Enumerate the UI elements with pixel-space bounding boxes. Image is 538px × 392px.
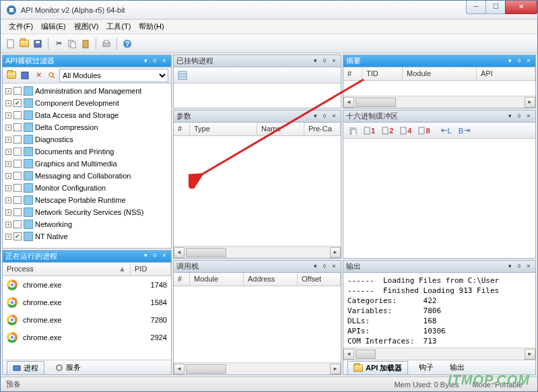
category-checkbox[interactable] bbox=[13, 160, 22, 168]
dropdown-icon[interactable]: ▾ bbox=[506, 112, 514, 121]
dropdown-icon[interactable]: ▾ bbox=[311, 263, 319, 271]
hex-width-8[interactable]: 8 bbox=[415, 125, 432, 136]
expand-icon[interactable]: + bbox=[5, 161, 11, 167]
category-row[interactable]: + Network Security Services (NSS) bbox=[3, 206, 171, 218]
col-module[interactable]: Module bbox=[403, 67, 477, 80]
category-checkbox[interactable] bbox=[13, 123, 22, 131]
open-folder-icon[interactable] bbox=[5, 69, 18, 81]
modules-dropdown[interactable]: All Modules bbox=[59, 69, 168, 82]
pane-header-hooked[interactable]: 已挂钩进程 ▾◊× bbox=[174, 55, 341, 67]
process-row[interactable]: chrome.exe 1584 bbox=[3, 294, 171, 311]
expand-icon[interactable]: + bbox=[5, 112, 11, 119]
expand-icon[interactable]: + bbox=[5, 149, 11, 155]
category-row[interactable]: + Messaging and Collaboration bbox=[3, 170, 171, 182]
category-row[interactable]: + Data Access and Storage bbox=[3, 109, 171, 121]
delete-icon[interactable]: ✕ bbox=[32, 69, 44, 81]
save-icon[interactable] bbox=[32, 38, 44, 50]
category-row[interactable]: + Networking bbox=[3, 218, 171, 230]
category-row[interactable]: + Administration and Management bbox=[3, 85, 171, 97]
paste-icon[interactable] bbox=[79, 38, 92, 50]
dropdown-icon[interactable]: ▾ bbox=[506, 57, 514, 65]
tab-hook[interactable]: 钩子 bbox=[413, 361, 439, 374]
pin-icon[interactable]: ◊ bbox=[515, 112, 523, 121]
copy-icon[interactable] bbox=[66, 38, 78, 50]
category-row[interactable]: + NT Native bbox=[3, 230, 171, 242]
tab-services[interactable]: 服务 bbox=[50, 361, 86, 374]
expand-icon[interactable]: + bbox=[5, 173, 11, 179]
pin-icon[interactable]: ◊ bbox=[321, 263, 329, 271]
col-index[interactable]: # bbox=[343, 67, 362, 80]
col-type[interactable]: Type bbox=[190, 123, 257, 135]
pane-header-output[interactable]: 输出 ▾◊× bbox=[343, 261, 535, 273]
menu-help[interactable]: 帮助(H) bbox=[135, 20, 168, 33]
tab-api-loader[interactable]: API 加载器 bbox=[347, 361, 408, 374]
category-row[interactable]: + Netscape Portable Runtime bbox=[3, 194, 171, 206]
category-row[interactable]: + Delta Compression bbox=[3, 121, 171, 133]
category-checkbox[interactable] bbox=[13, 148, 22, 156]
hex-endian-be-icon[interactable]: B⇥ bbox=[456, 125, 473, 136]
hscrollbar[interactable]: ◄► bbox=[174, 362, 341, 374]
new-icon[interactable] bbox=[5, 38, 17, 50]
category-checkbox[interactable] bbox=[13, 135, 22, 143]
expand-icon[interactable]: + bbox=[5, 185, 11, 191]
find-icon[interactable] bbox=[46, 69, 58, 81]
tab-processes[interactable]: 进程 bbox=[7, 361, 44, 374]
expand-icon[interactable]: + bbox=[5, 209, 11, 216]
tab-output[interactable]: 输出 bbox=[444, 361, 470, 374]
pin-icon[interactable]: ◊ bbox=[151, 252, 159, 260]
dropdown-icon[interactable]: ▾ bbox=[506, 263, 514, 271]
category-checkbox[interactable] bbox=[13, 196, 22, 204]
col-name[interactable]: Name bbox=[257, 123, 304, 135]
hex-copy-icon[interactable] bbox=[346, 125, 360, 136]
category-row[interactable]: + Diagnostics bbox=[3, 133, 171, 145]
dropdown-icon[interactable]: ▾ bbox=[311, 57, 319, 65]
process-row[interactable]: chrome.exe 7280 bbox=[3, 311, 171, 329]
close-pane-icon[interactable]: × bbox=[330, 57, 338, 65]
category-checkbox[interactable] bbox=[13, 184, 22, 192]
pane-header-running[interactable]: 正在运行的进程 ▾◊× bbox=[3, 251, 171, 263]
pane-header-summary[interactable]: 摘要 ▾◊× bbox=[343, 55, 535, 67]
close-pane-icon[interactable]: × bbox=[330, 112, 338, 121]
category-checkbox[interactable] bbox=[13, 232, 22, 240]
menu-edit[interactable]: 编辑(E) bbox=[37, 20, 70, 33]
print-icon[interactable] bbox=[100, 38, 112, 50]
close-pane-icon[interactable]: × bbox=[525, 112, 533, 121]
col-api[interactable]: API bbox=[477, 67, 535, 80]
hex-endian-le-icon[interactable]: ⇤L bbox=[438, 125, 455, 136]
pin-icon[interactable]: ◊ bbox=[515, 263, 523, 271]
open-icon[interactable] bbox=[18, 38, 30, 50]
category-checkbox[interactable] bbox=[13, 172, 22, 180]
category-row[interactable]: + Component Development bbox=[3, 97, 171, 109]
grid-icon[interactable] bbox=[176, 69, 189, 81]
hex-width-4[interactable]: 4 bbox=[397, 125, 414, 136]
process-row[interactable]: chrome.exe 2924 bbox=[3, 329, 171, 346]
hscrollbar[interactable]: ◄► bbox=[174, 246, 341, 258]
pin-icon[interactable]: ◊ bbox=[321, 57, 329, 65]
col-tid[interactable]: TID bbox=[362, 67, 403, 80]
hex-width-1[interactable]: 1 bbox=[361, 125, 378, 136]
pin-icon[interactable]: ◊ bbox=[321, 112, 329, 121]
category-checkbox[interactable] bbox=[13, 111, 22, 119]
close-pane-icon[interactable]: × bbox=[160, 57, 168, 65]
process-row[interactable]: chrome.exe 1748 bbox=[3, 276, 171, 294]
close-pane-icon[interactable]: × bbox=[525, 263, 533, 271]
menu-view[interactable]: 视图(V) bbox=[70, 20, 103, 33]
category-checkbox[interactable] bbox=[13, 87, 22, 95]
close-pane-icon[interactable]: × bbox=[160, 252, 168, 260]
dropdown-icon[interactable]: ▾ bbox=[311, 112, 319, 121]
pin-icon[interactable]: ◊ bbox=[515, 57, 523, 65]
close-button[interactable]: ✕ bbox=[505, 1, 537, 14]
pin-icon[interactable]: ◊ bbox=[151, 57, 159, 65]
category-checkbox[interactable] bbox=[13, 99, 22, 107]
category-tree[interactable]: + Administration and Management+ Compone… bbox=[3, 84, 171, 248]
maximize-button[interactable]: ☐ bbox=[485, 1, 506, 14]
menu-file[interactable]: 文件(F) bbox=[5, 20, 37, 33]
col-index[interactable]: # bbox=[174, 123, 190, 135]
category-row[interactable]: + Graphics and Multimedia bbox=[3, 158, 171, 170]
close-pane-icon[interactable]: × bbox=[525, 57, 533, 65]
hex-width-2[interactable]: 2 bbox=[379, 125, 396, 136]
expand-icon[interactable]: + bbox=[5, 222, 11, 228]
expand-icon[interactable]: + bbox=[5, 137, 11, 143]
category-checkbox[interactable] bbox=[13, 220, 22, 228]
expand-icon[interactable]: + bbox=[5, 234, 11, 240]
